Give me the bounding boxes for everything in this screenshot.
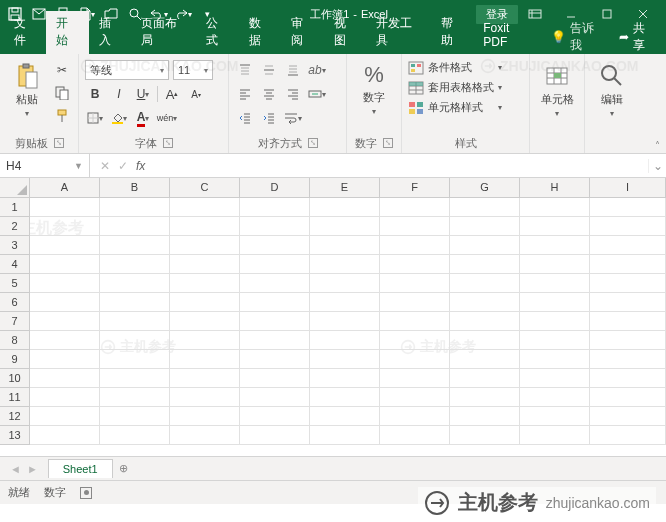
- cell[interactable]: [450, 217, 520, 236]
- cell[interactable]: [520, 350, 590, 369]
- cell[interactable]: [590, 312, 666, 331]
- cell[interactable]: [590, 388, 666, 407]
- cell[interactable]: [170, 255, 240, 274]
- cell[interactable]: [170, 274, 240, 293]
- copy-button[interactable]: [52, 83, 72, 103]
- tell-me-search[interactable]: 💡告诉我: [543, 20, 610, 54]
- font-size-combo[interactable]: 11▾: [173, 60, 213, 80]
- cell[interactable]: [520, 236, 590, 255]
- cell[interactable]: [520, 312, 590, 331]
- cell[interactable]: [240, 350, 310, 369]
- cell[interactable]: [240, 217, 310, 236]
- cell[interactable]: [100, 274, 170, 293]
- tab-formulas[interactable]: 公式: [196, 11, 238, 54]
- cell[interactable]: [170, 426, 240, 445]
- format-painter-button[interactable]: [52, 106, 72, 126]
- cell[interactable]: [450, 274, 520, 293]
- cell[interactable]: [520, 407, 590, 426]
- tab-layout[interactable]: 页面布局: [131, 11, 196, 54]
- cell[interactable]: [30, 198, 100, 217]
- cell[interactable]: [590, 236, 666, 255]
- align-top-button[interactable]: [235, 60, 255, 80]
- cell[interactable]: [590, 350, 666, 369]
- fx-icon[interactable]: fx: [136, 159, 145, 173]
- conditional-format-button[interactable]: 条件格式▾: [408, 60, 502, 75]
- cell[interactable]: [310, 312, 380, 331]
- row-header[interactable]: 1: [0, 198, 30, 217]
- cell[interactable]: [310, 369, 380, 388]
- cell[interactable]: [240, 388, 310, 407]
- cell[interactable]: [100, 388, 170, 407]
- share-button[interactable]: ➦共享: [611, 20, 663, 54]
- cell[interactable]: [450, 350, 520, 369]
- sheet-tab[interactable]: Sheet1: [48, 459, 113, 478]
- cell[interactable]: [450, 331, 520, 350]
- tab-insert[interactable]: 插入: [89, 11, 131, 54]
- bold-button[interactable]: B: [85, 84, 105, 104]
- cell[interactable]: [590, 293, 666, 312]
- cell[interactable]: [520, 217, 590, 236]
- column-header[interactable]: A: [30, 178, 100, 198]
- cell[interactable]: [310, 255, 380, 274]
- worksheet-grid[interactable]: 主机参考 主机参考 主机参考 ABCDEFGHI 123456789101112…: [0, 178, 666, 456]
- cell-styles-button[interactable]: 单元格样式▾: [408, 100, 502, 115]
- tab-view[interactable]: 视图: [324, 11, 366, 54]
- chevron-down-icon[interactable]: ▼: [74, 161, 83, 171]
- cell[interactable]: [310, 331, 380, 350]
- cell[interactable]: [380, 426, 450, 445]
- cell[interactable]: [240, 236, 310, 255]
- cell[interactable]: [590, 274, 666, 293]
- cell[interactable]: [310, 236, 380, 255]
- cell[interactable]: [30, 331, 100, 350]
- cell[interactable]: [100, 198, 170, 217]
- cell[interactable]: [240, 293, 310, 312]
- row-header[interactable]: 7: [0, 312, 30, 331]
- column-header[interactable]: F: [380, 178, 450, 198]
- cell[interactable]: [100, 236, 170, 255]
- cell[interactable]: [100, 331, 170, 350]
- tab-data[interactable]: 数据: [239, 11, 281, 54]
- increase-indent-button[interactable]: [259, 108, 279, 128]
- cell[interactable]: [380, 312, 450, 331]
- dialog-launcher-icon[interactable]: ⤡: [163, 138, 173, 148]
- cell[interactable]: [310, 198, 380, 217]
- expand-formula-bar-icon[interactable]: ⌄: [648, 159, 666, 173]
- cell[interactable]: [100, 350, 170, 369]
- tab-home[interactable]: 开始: [46, 11, 88, 54]
- cell[interactable]: [240, 274, 310, 293]
- merge-button[interactable]: ▾: [307, 84, 327, 104]
- cell[interactable]: [310, 293, 380, 312]
- formula-input[interactable]: [155, 154, 648, 177]
- name-box[interactable]: H4▼: [0, 154, 90, 177]
- cell[interactable]: [170, 198, 240, 217]
- cell[interactable]: [380, 407, 450, 426]
- align-center-button[interactable]: [259, 84, 279, 104]
- borders-button[interactable]: ▾: [85, 108, 105, 128]
- column-headers[interactable]: ABCDEFGHI: [30, 178, 666, 198]
- cell[interactable]: [520, 426, 590, 445]
- cell[interactable]: [170, 312, 240, 331]
- cell[interactable]: [170, 331, 240, 350]
- cell[interactable]: [590, 407, 666, 426]
- column-header[interactable]: D: [240, 178, 310, 198]
- cell[interactable]: [310, 407, 380, 426]
- align-left-button[interactable]: [235, 84, 255, 104]
- number-format-button[interactable]: % 数字▾: [353, 58, 395, 116]
- cell[interactable]: [240, 369, 310, 388]
- accept-formula-icon[interactable]: ✓: [118, 159, 128, 173]
- cell[interactable]: [520, 198, 590, 217]
- format-as-table-button[interactable]: 套用表格格式▾: [408, 80, 502, 95]
- dialog-launcher-icon[interactable]: ⤡: [383, 138, 393, 148]
- cell[interactable]: [380, 293, 450, 312]
- cell[interactable]: [100, 369, 170, 388]
- font-color-button[interactable]: A▾: [133, 108, 153, 128]
- cell[interactable]: [30, 255, 100, 274]
- cell[interactable]: [450, 293, 520, 312]
- macro-record-icon[interactable]: [80, 487, 92, 499]
- cell[interactable]: [520, 369, 590, 388]
- column-header[interactable]: G: [450, 178, 520, 198]
- cell[interactable]: [590, 198, 666, 217]
- cell[interactable]: [240, 255, 310, 274]
- cell[interactable]: [30, 236, 100, 255]
- cell[interactable]: [100, 217, 170, 236]
